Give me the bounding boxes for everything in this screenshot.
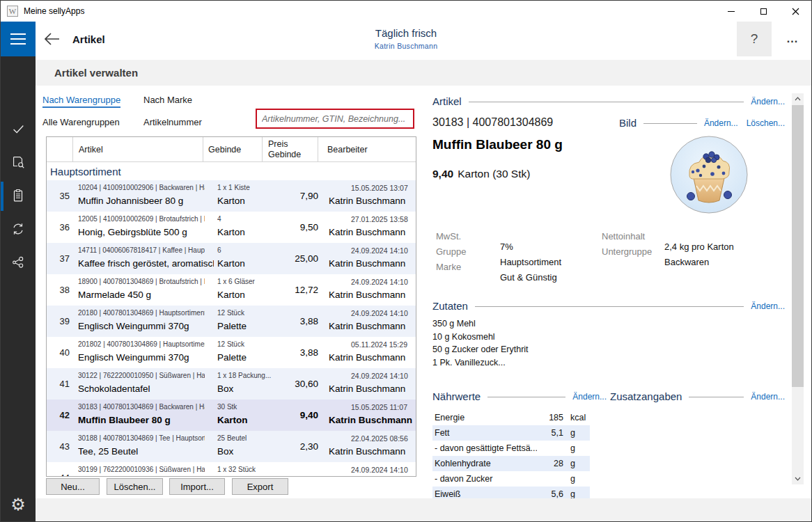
nutrition-value: 185 xyxy=(537,413,563,422)
row-pack: Palette xyxy=(217,321,247,331)
row-pack: Palette xyxy=(217,352,247,363)
nutrition-row[interactable]: Kohlenhydrate28g xyxy=(432,456,590,471)
export-button[interactable]: Export xyxy=(232,478,288,495)
sync-icon xyxy=(10,221,26,237)
detail-field: MwSt.7% xyxy=(436,231,461,242)
row-number: 42 xyxy=(47,400,70,431)
hamburger-menu-button[interactable] xyxy=(1,22,36,56)
sort-artikelnummer-dropdown[interactable]: Artikelnummer xyxy=(143,117,202,127)
back-button[interactable] xyxy=(44,31,61,49)
zutaten-list: 350 g Mehl10 g Kokosmehl50 g Zucker oder… xyxy=(432,317,529,369)
nutrition-row[interactable]: Energie185kcal xyxy=(432,410,590,425)
detail-field: Nettoinhalt2,4 kg pro Karton xyxy=(602,231,645,242)
row-article-name: Tee, 25 Beutel xyxy=(78,446,214,457)
naehrwerte-aendern-link[interactable]: Ändern... xyxy=(572,392,607,402)
table-row[interactable]: 4230183 | 4007801304869 | Backwaren | Ha… xyxy=(47,400,416,431)
row-number: 41 xyxy=(47,368,70,400)
settings-gear-icon: ⚙ xyxy=(10,496,26,513)
article-image[interactable] xyxy=(670,136,748,214)
column-header-preis-gebinde[interactable]: PreisGebinde xyxy=(263,137,318,161)
section-bild: Bild Ändern... Löschen... xyxy=(619,117,785,129)
row-editor: Katrin Buschmann xyxy=(329,196,405,206)
table-row[interactable]: 3510204 | 4100910002906 | Backwaren | Ha… xyxy=(47,180,416,212)
table-row[interactable]: 40201802 | 4007801304869 | Hauptsortimen… xyxy=(47,337,416,368)
article-pack: Karton (30 Stk) xyxy=(458,168,530,180)
tab-nach-warengruppe[interactable]: Nach Warengruppe xyxy=(42,95,120,108)
zutaten-aendern-link[interactable]: Ändern... xyxy=(751,301,785,311)
row-price: 12,72 xyxy=(263,274,318,306)
nutrition-unit: g xyxy=(563,474,590,484)
sidebar-item-share[interactable] xyxy=(1,247,36,278)
zusatzangaben-aendern-link[interactable]: Ändern... xyxy=(751,392,785,402)
nutrition-row[interactable]: Fett5,1g xyxy=(432,425,590,441)
nutrition-row[interactable]: - davon gesättigte Fettsä...g xyxy=(432,441,590,456)
maximize-button[interactable] xyxy=(747,1,779,22)
help-icon: ? xyxy=(751,31,758,47)
table-row[interactable]: 3612005 | 4100910002609 | Brotaufstrich … xyxy=(47,212,416,243)
row-price: 3,88 xyxy=(263,337,318,368)
app-icon: W xyxy=(7,6,18,17)
article-rows: 3510204 | 4100910002906 | Backwaren | Ha… xyxy=(47,180,416,477)
column-header-gebinde[interactable]: Gebinde xyxy=(203,137,263,161)
row-article-meta: 30188 | 4007801304869 | Tee | Hauptsorti… xyxy=(78,434,205,442)
table-row[interactable]: 4430199 | 7622200010936 | Süßwaren | Hau… xyxy=(47,462,416,477)
section-divider xyxy=(643,123,697,124)
detail-field: MarkeGut & Günstig xyxy=(436,262,461,272)
sidebar-item-tasks[interactable] xyxy=(1,113,36,144)
row-editor: Katrin Buschmann xyxy=(329,415,412,425)
row-pack: Karton xyxy=(217,258,245,269)
close-button[interactable] xyxy=(779,1,811,22)
table-row[interactable]: 3920180 | 4007801304869 | Hauptsortiment… xyxy=(47,306,416,337)
row-price: 25,00 xyxy=(263,243,318,274)
row-article-meta: 18900 | 4007801304869 | Brotaufstrich | … xyxy=(78,278,205,285)
bild-loeschen-link[interactable]: Löschen... xyxy=(747,118,785,128)
table-row[interactable]: 3714711 | 04006067818417 | Kaffee | Haup… xyxy=(47,243,416,274)
more-options-button[interactable]: ... xyxy=(775,22,810,56)
sidebar-item-articles[interactable] xyxy=(1,180,36,211)
row-article-name: Englisch Weingummi 370g xyxy=(78,321,214,331)
search-input[interactable] xyxy=(256,109,414,129)
warengruppe-dropdown[interactable]: Alle Warengruppen xyxy=(42,117,120,127)
row-editor: Katrin Buschmann xyxy=(329,383,405,394)
table-row[interactable]: 4130122 | 7622200010950 | Süßwaren | Hau… xyxy=(47,368,416,400)
tab-nach-marke[interactable]: Nach Marke xyxy=(143,95,192,105)
zutaten-line: 1 Pk. Vanillezuck... xyxy=(432,356,529,370)
titlebar: W Meine sellyApps xyxy=(1,1,811,22)
artikel-aendern-link[interactable]: Ändern... xyxy=(751,97,785,106)
scroll-up-button[interactable] xyxy=(792,93,804,104)
help-button[interactable]: ? xyxy=(737,22,772,56)
table-row[interactable]: 3818900 | 4007801304869 | Brotaufstrich … xyxy=(47,274,416,306)
column-header-bearbeiter[interactable]: Bearbeiter xyxy=(318,137,416,161)
column-header-number[interactable] xyxy=(47,137,73,161)
row-edit-date: 15.05.2025 13:07 xyxy=(351,184,408,192)
neu-button[interactable]: Neu... xyxy=(46,478,100,495)
row-number: 40 xyxy=(47,337,70,368)
nutrition-table: Energie185kcalFett5,1g- davon gesättigte… xyxy=(432,410,590,498)
nutrition-row[interactable]: - davon Zuckerg xyxy=(432,471,590,487)
sidebar-item-sync[interactable] xyxy=(1,214,36,244)
naehrwerte-title: Nährwerte xyxy=(432,390,481,402)
scroll-down-button[interactable] xyxy=(792,473,804,484)
import-button[interactable]: Import... xyxy=(169,478,225,495)
loeschen-button[interactable]: Löschen... xyxy=(107,478,163,495)
group-header-hauptsortiment[interactable]: Hauptsortiment xyxy=(47,162,416,180)
column-header-artikel[interactable]: Artikel xyxy=(73,137,203,161)
sidebar-item-catalog-search[interactable] xyxy=(1,147,36,177)
scrollbar-thumb[interactable] xyxy=(792,105,804,387)
table-header-row: Artikel Gebinde PreisGebinde Bearbeiter xyxy=(47,137,416,162)
row-pack: Box xyxy=(217,446,233,457)
bild-aendern-link[interactable]: Ändern... xyxy=(704,118,738,128)
article-id-gtin: 30183 | 4007801304869 xyxy=(432,116,553,129)
zutaten-line: 50 g Zucker oder Erythrit xyxy=(432,343,529,356)
section-divider xyxy=(469,102,744,102)
checkmark-icon xyxy=(10,121,26,136)
table-row[interactable]: 4330188 | 4007801304869 | Tee | Hauptsor… xyxy=(47,431,416,462)
nutrition-unit: g xyxy=(563,428,590,438)
nutrition-row[interactable]: Eiweiß5,6g xyxy=(432,487,590,498)
sidebar-item-settings[interactable]: ⚙ xyxy=(1,489,36,520)
field-value: Gut & Günstig xyxy=(500,272,557,283)
detail-scrollbar[interactable] xyxy=(792,93,804,484)
field-label: Nettoinhalt xyxy=(602,231,645,242)
minimize-button[interactable] xyxy=(715,1,747,22)
ellipsis-icon: ... xyxy=(787,33,798,45)
